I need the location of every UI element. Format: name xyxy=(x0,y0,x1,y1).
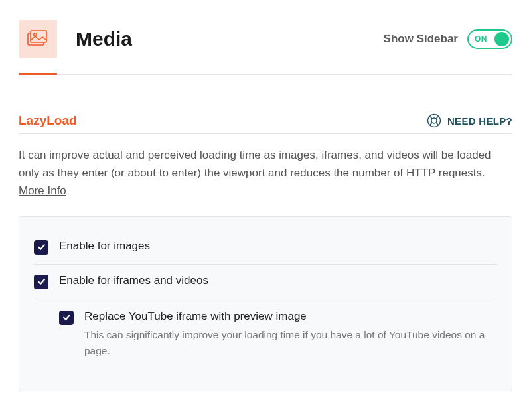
lifebuoy-icon xyxy=(427,113,441,128)
setting-hint: This can significantly improve your load… xyxy=(84,327,497,359)
checkbox-enable-images[interactable] xyxy=(34,240,48,255)
section-title: LazyLoad xyxy=(19,113,77,128)
svg-rect-1 xyxy=(31,31,46,42)
svg-line-8 xyxy=(436,123,439,125)
setting-content: Enable for iframes and videos xyxy=(59,274,497,287)
media-icon xyxy=(19,20,57,58)
show-sidebar-label: Show Sidebar xyxy=(384,33,458,46)
more-info-link[interactable]: More Info xyxy=(19,184,66,197)
page-title: Media xyxy=(76,28,132,50)
svg-line-6 xyxy=(436,116,439,119)
svg-line-7 xyxy=(429,123,432,125)
svg-line-5 xyxy=(429,116,432,119)
header-left: Media xyxy=(19,20,132,58)
need-help-link[interactable]: NEED HELP? xyxy=(427,113,512,128)
checkbox-youtube-preview[interactable] xyxy=(59,311,74,325)
tab-underline xyxy=(19,74,512,75)
section-description: It can improve actual and perceived load… xyxy=(19,146,512,200)
settings-panel: Enable for images Enable for iframes and… xyxy=(19,216,512,391)
description-text: It can improve actual and perceived load… xyxy=(19,149,491,179)
section-header: LazyLoad NEED HELP? xyxy=(19,113,512,134)
setting-label: Enable for iframes and videos xyxy=(59,274,497,287)
setting-enable-iframes: Enable for iframes and videos xyxy=(34,265,497,299)
checkmark-icon xyxy=(37,243,46,251)
sidebar-toggle[interactable]: ON xyxy=(467,29,512,49)
help-label: NEED HELP? xyxy=(447,115,512,127)
setting-label: Enable for images xyxy=(59,240,497,253)
toggle-state-label: ON xyxy=(475,35,487,44)
setting-label: Replace YouTube iframe with preview imag… xyxy=(84,310,497,323)
page-header: Media Show Sidebar ON xyxy=(19,20,512,58)
svg-point-4 xyxy=(431,118,437,123)
checkmark-icon xyxy=(37,277,46,286)
header-right: Show Sidebar ON xyxy=(384,29,512,49)
toggle-knob xyxy=(494,32,509,46)
setting-content: Replace YouTube iframe with preview imag… xyxy=(84,310,497,359)
setting-enable-images: Enable for images xyxy=(34,230,497,265)
setting-content: Enable for images xyxy=(59,240,497,253)
checkmark-icon xyxy=(62,313,71,322)
setting-youtube-preview: Replace YouTube iframe with preview imag… xyxy=(59,299,497,368)
checkbox-enable-iframes[interactable] xyxy=(34,275,48,289)
